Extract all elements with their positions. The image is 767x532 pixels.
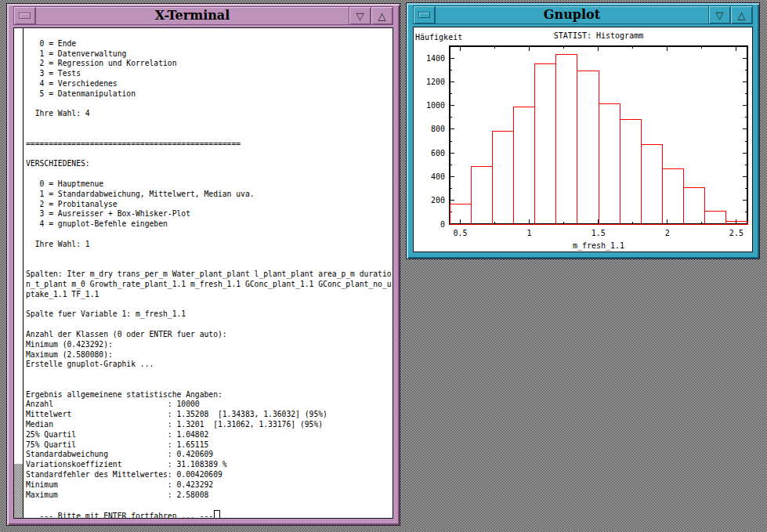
xterm-window-menu-button[interactable] — [14, 7, 36, 24]
svg-text:0.5: 0.5 — [453, 229, 467, 237]
lower-triangle-icon: ▽ — [356, 11, 364, 21]
gnuplot-lower-button[interactable]: ▽ — [708, 6, 730, 24]
svg-text:1200: 1200 — [426, 78, 445, 86]
svg-text:400: 400 — [431, 172, 445, 181]
xterm-titlebar[interactable]: X-Terminal ▽ △ — [13, 6, 393, 25]
svg-text:2: 2 — [665, 229, 670, 237]
window-menu-icon — [19, 13, 31, 19]
terminal-cursor — [214, 510, 220, 518]
gnuplot-client: 0.511.522.50200400600800100012001400STAT… — [413, 27, 753, 252]
svg-text:Häufigkeit: Häufigkeit — [415, 33, 462, 42]
lower-triangle-icon: ▽ — [716, 10, 724, 20]
terminal-client: 0 = Ende 1 = Datenverwaltung 2 = Regress… — [13, 27, 393, 519]
xterm-window-title: X-Terminal — [36, 7, 349, 24]
svg-text:1: 1 — [527, 229, 532, 237]
svg-text:0: 0 — [440, 220, 445, 229]
svg-text:1400: 1400 — [426, 54, 445, 63]
gnuplot-window-title: Gnuplot — [436, 6, 708, 24]
svg-text:600: 600 — [431, 149, 445, 157]
window-menu-icon — [418, 12, 430, 18]
gnuplot-raise-button[interactable]: △ — [730, 6, 752, 24]
svg-text:1.5: 1.5 — [592, 229, 606, 237]
terminal-scrollbar-thumb[interactable] — [14, 464, 23, 519]
raise-triangle-icon: △ — [378, 11, 386, 21]
svg-text:STATIST: Histogramm: STATIST: Histogramm — [554, 31, 643, 40]
svg-text:200: 200 — [431, 196, 445, 204]
desktop: { "xterm": { "title": "X-Terminal", "but… — [0, 0, 767, 532]
svg-text:1000: 1000 — [426, 101, 445, 110]
terminal-scrollbar[interactable] — [14, 28, 24, 518]
gnuplot-window: Gnuplot ▽ △ 0.511.522.502004006008001000… — [406, 2, 760, 259]
svg-text:2.5: 2.5 — [729, 229, 743, 237]
gnuplot-window-menu-button[interactable] — [414, 6, 436, 24]
gnuplot-titlebar[interactable]: Gnuplot ▽ △ — [413, 5, 753, 24]
histogram-canvas: 0.511.522.50200400600800100012001400STAT… — [414, 27, 752, 252]
raise-triangle-icon: △ — [738, 10, 746, 20]
xterm-window: X-Terminal ▽ △ 0 = Ende 1 = Datenverwalt… — [6, 3, 400, 526]
xterm-raise-button[interactable]: △ — [371, 7, 393, 24]
xterm-lower-button[interactable]: ▽ — [349, 7, 371, 24]
terminal-text[interactable]: 0 = Ende 1 = Datenverwaltung 2 = Regress… — [24, 28, 393, 518]
svg-text:800: 800 — [431, 125, 445, 133]
svg-text:m_fresh_1.1: m_fresh_1.1 — [573, 241, 624, 251]
